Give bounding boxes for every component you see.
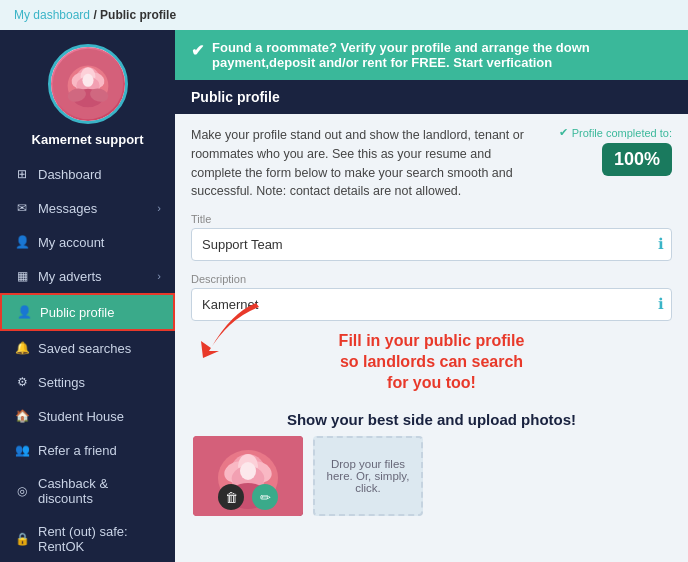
public-profile-icon: 👤	[16, 304, 32, 320]
completion-label: ✔ Profile completed to:	[559, 126, 672, 139]
sidebar-username: Kamernet support	[32, 132, 144, 147]
title-input[interactable]	[191, 228, 672, 261]
sidebar-item-label: My adverts	[38, 269, 157, 284]
sidebar-item-messages[interactable]: ✉ Messages ›	[0, 191, 175, 225]
callout-arrow	[181, 293, 271, 373]
lock-icon: 🔒	[14, 531, 30, 547]
description-label: Description	[191, 273, 672, 285]
existing-photo: 🗑 ✏	[193, 436, 303, 516]
title-field-group: Title ℹ	[191, 213, 672, 261]
photo-edit-button[interactable]: ✏	[252, 484, 278, 510]
saved-searches-icon: 🔔	[14, 340, 30, 356]
adverts-icon: ▦	[14, 268, 30, 284]
sidebar-item-label: Cashback & discounts	[38, 476, 161, 506]
sidebar-item-refer-friend[interactable]: 👥 Refer a friend	[0, 433, 175, 467]
sidebar-item-dashboard[interactable]: ⊞ Dashboard	[0, 157, 175, 191]
account-icon: 👤	[14, 234, 30, 250]
banner-text: Found a roommate? Verify your profile an…	[212, 40, 672, 70]
dashboard-icon: ⊞	[14, 166, 30, 182]
profile-completion: ✔ Profile completed to: 100%	[559, 126, 672, 201]
photos-heading: Show your best side and upload photos!	[191, 411, 672, 428]
messages-icon: ✉	[14, 200, 30, 216]
sidebar-item-label: Settings	[38, 375, 161, 390]
title-label: Title	[191, 213, 672, 225]
student-house-icon: 🏠	[14, 408, 30, 424]
sidebar-item-label: Saved searches	[38, 341, 161, 356]
photos-row: 🗑 ✏ Drop your files here. Or, simply, cl…	[191, 436, 672, 516]
photo-drop-zone[interactable]: Drop your files here. Or, simply, click.	[313, 436, 423, 516]
photo-action-icons: 🗑 ✏	[218, 484, 278, 510]
check-icon: ✔	[559, 126, 568, 139]
sidebar-item-label: My account	[38, 235, 161, 250]
svg-point-20	[240, 462, 256, 480]
sidebar-item-student-house[interactable]: 🏠 Student House	[0, 399, 175, 433]
info-icon: ℹ	[658, 295, 664, 313]
sidebar-item-settings[interactable]: ⚙ Settings	[0, 365, 175, 399]
sidebar-nav: ⊞ Dashboard ✉ Messages › 👤 My account ▦ …	[0, 157, 175, 562]
sidebar: Kamernet support ⊞ Dashboard ✉ Messages …	[0, 30, 175, 562]
sidebar-item-label: Messages	[38, 201, 157, 216]
check-circle-icon: ✔	[191, 41, 204, 60]
main-content: ✔ Found a roommate? Verify your profile …	[175, 30, 688, 562]
sidebar-item-label: Public profile	[40, 305, 159, 320]
sidebar-item-label: Rent (out) safe: RentOK	[38, 524, 161, 554]
breadcrumb: My dashboard / Public profile	[0, 0, 688, 30]
info-icon: ℹ	[658, 235, 664, 253]
sidebar-item-rent-safe[interactable]: 🔒 Rent (out) safe: RentOK	[0, 515, 175, 562]
sidebar-item-my-account[interactable]: 👤 My account	[0, 225, 175, 259]
profile-description-text: Make your profile stand out and show the…	[191, 126, 545, 201]
svg-point-8	[82, 74, 93, 87]
sidebar-item-label: Student House	[38, 409, 161, 424]
sidebar-item-my-adverts[interactable]: ▦ My adverts ›	[0, 259, 175, 293]
content-panel: Public profile Make your profile stand o…	[175, 80, 688, 562]
chevron-right-icon: ›	[157, 202, 161, 214]
sidebar-item-cashback[interactable]: ◎ Cashback & discounts	[0, 467, 175, 515]
sidebar-item-label: Dashboard	[38, 167, 161, 182]
panel-body: Make your profile stand out and show the…	[175, 114, 688, 516]
sidebar-avatar-section: Kamernet support	[0, 30, 175, 157]
cashback-icon: ◎	[14, 483, 30, 499]
sidebar-item-public-profile[interactable]: 👤 Public profile	[0, 293, 175, 331]
banner: ✔ Found a roommate? Verify your profile …	[175, 30, 688, 80]
chevron-right-icon: ›	[157, 270, 161, 282]
sidebar-item-saved-searches[interactable]: 🔔 Saved searches	[0, 331, 175, 365]
breadcrumb-current: Public profile	[100, 8, 176, 22]
refer-icon: 👥	[14, 442, 30, 458]
sidebar-item-label: Refer a friend	[38, 443, 161, 458]
breadcrumb-link[interactable]: My dashboard	[14, 8, 90, 22]
photo-delete-button[interactable]: 🗑	[218, 484, 244, 510]
avatar	[48, 44, 128, 124]
settings-icon: ⚙	[14, 374, 30, 390]
completion-badge: 100%	[602, 143, 672, 176]
panel-header: Public profile	[175, 80, 688, 114]
